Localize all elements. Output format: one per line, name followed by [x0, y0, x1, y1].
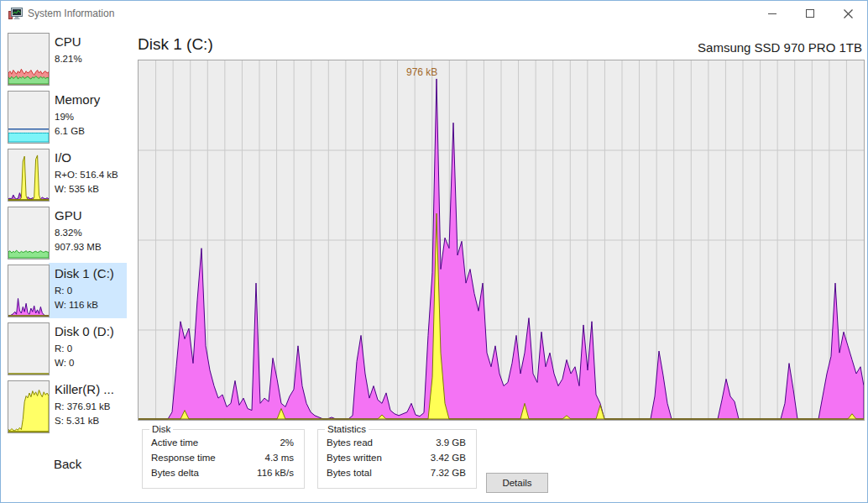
sidebar-item-gpu[interactable]: GPU 8.32% 907.93 MB	[1, 207, 127, 265]
disk-groupbox-title: Disk	[149, 424, 173, 434]
memory-percent-value: 19%	[55, 110, 100, 124]
bytes-total-label: Bytes total	[327, 468, 372, 478]
gpu-usage-value: 8.32%	[55, 226, 102, 240]
bytes-delta-label: Bytes delta	[151, 468, 199, 478]
gpu-sparkline	[8, 207, 50, 259]
sidebar-item-label: Killer(R) ...	[55, 382, 114, 396]
bytes-written-label: Bytes written	[327, 453, 382, 463]
sidebar-item-label: I/O	[55, 150, 118, 165]
details-button[interactable]: Details	[486, 473, 548, 493]
response-time-value: 4.3 ms	[264, 453, 294, 463]
io-write-value: W: 535 kB	[55, 182, 118, 196]
cpu-usage-value: 8.21%	[55, 52, 82, 66]
cpu-sparkline	[8, 33, 50, 86]
minimize-icon	[768, 13, 776, 14]
disk-activity-chart	[138, 60, 865, 421]
sidebar-item-network-killer[interactable]: Killer(R) ... R: 376.91 kB S: 5.31 kB	[1, 380, 127, 438]
disk0-read-value: R: 0	[55, 342, 114, 356]
app-monitor-icon	[8, 7, 23, 21]
network-receive-value: R: 376.91 kB	[55, 400, 114, 414]
sidebar-item-label: Disk 1 (C:)	[55, 266, 114, 280]
minimize-button[interactable]	[753, 1, 791, 26]
active-time-value: 2%	[280, 438, 294, 448]
io-sparkline	[8, 149, 50, 202]
sidebar-item-memory[interactable]: Memory 19% 6.1 GB	[1, 91, 127, 149]
sidebar-item-label: Memory	[55, 92, 100, 107]
statistics-groupbox-title: Statistics	[325, 424, 369, 434]
page-title: Disk 1 (C:)	[138, 35, 213, 54]
sidebar-item-disk0[interactable]: Disk 0 (D:) R: 0 W: 0	[1, 322, 127, 380]
sidebar-item-cpu[interactable]: CPU 8.21%	[1, 33, 127, 91]
disk1-sparkline	[8, 265, 50, 317]
statistics-groupbox: Statistics Bytes read 3.9 GB Bytes writt…	[317, 429, 477, 489]
back-button[interactable]: Back	[54, 457, 81, 471]
disk0-write-value: W: 0	[55, 356, 114, 370]
disk0-sparkline	[8, 322, 50, 375]
sidebar-item-label: CPU	[55, 34, 82, 49]
sidebar-item-io[interactable]: I/O R+O: 516.4 kB W: 535 kB	[1, 149, 127, 207]
system-information-window: System Information CPU 8.21% Memory 19% …	[0, 0, 868, 503]
window-title: System Information	[28, 1, 114, 26]
disk-groupbox: Disk Active time 2% Response time 4.3 ms…	[142, 429, 305, 489]
peak-annotation: 976 kB	[406, 66, 437, 78]
response-time-label: Response time	[151, 453, 216, 463]
sidebar-item-label: GPU	[55, 208, 102, 223]
active-time-label: Active time	[151, 438, 198, 448]
bytes-written-value: 3.42 GB	[431, 453, 466, 463]
bytes-total-value: 7.32 GB	[431, 468, 466, 478]
network-send-value: S: 5.31 kB	[55, 414, 114, 428]
network-sparkline	[8, 380, 50, 433]
io-read-other-value: R+O: 516.4 kB	[55, 168, 118, 182]
disk1-read-value: R: 0	[55, 284, 114, 298]
bytes-delta-value: 116 kB/s	[257, 468, 294, 478]
sidebar-item-disk1[interactable]: Disk 1 (C:) R: 0 W: 116 kB	[1, 265, 127, 322]
close-button[interactable]	[829, 1, 868, 26]
bytes-read-label: Bytes read	[327, 438, 373, 448]
memory-used-value: 6.1 GB	[55, 124, 100, 139]
bytes-read-value: 3.9 GB	[436, 438, 466, 448]
memory-sparkline	[8, 91, 50, 144]
sidebar-item-label: Disk 0 (D:)	[55, 324, 114, 338]
device-name: Samsung SSD 970 PRO 1TB	[698, 40, 862, 55]
titlebar: System Information	[1, 1, 867, 26]
close-icon	[844, 9, 853, 18]
disk1-write-value: W: 116 kB	[55, 298, 114, 312]
gpu-memory-value: 907.93 MB	[55, 240, 102, 254]
maximize-icon	[806, 9, 814, 18]
maximize-button[interactable]	[791, 1, 829, 26]
